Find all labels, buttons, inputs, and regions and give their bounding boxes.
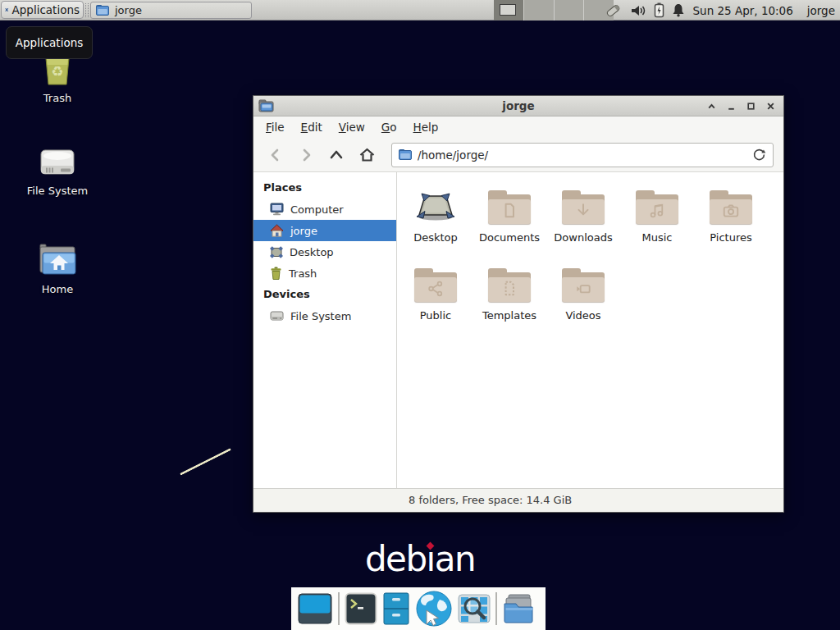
reload-button[interactable] (752, 148, 766, 162)
pictures-folder-icon (710, 190, 752, 225)
templates-folder-icon (488, 268, 531, 303)
applications-tooltip: Applications (6, 26, 93, 59)
window-title: jorge (253, 99, 783, 112)
dock (291, 587, 546, 630)
file-pictures[interactable]: Pictures (695, 187, 767, 244)
recycle-symbol: ♻ (51, 65, 63, 79)
top-panel: Applications jorge (0, 0, 840, 21)
file-label: Pictures (695, 231, 767, 244)
menu-file[interactable]: File (258, 116, 293, 138)
location-path[interactable]: /home/jorge/ (418, 148, 752, 162)
sidebar-item-trash[interactable]: Trash (253, 262, 396, 284)
menu-help[interactable]: Help (405, 116, 447, 138)
desktop-icon-filesystem[interactable]: File System (26, 138, 89, 197)
notification-bell-icon[interactable] (672, 3, 685, 17)
close-button[interactable] (765, 100, 777, 112)
taskbar-window-button[interactable]: jorge (90, 2, 252, 19)
file-label: Downloads (547, 231, 619, 244)
dock-separator (495, 592, 497, 625)
up-button[interactable] (324, 143, 349, 167)
file-downloads[interactable]: Downloads (547, 187, 619, 244)
sidebar-label-desktop: Desktop (290, 246, 334, 258)
panel-tray: Sun 25 Apr, 10:06 jorge (596, 0, 836, 21)
side-pane: Places Computer jorge (253, 172, 397, 488)
panel-clock[interactable]: Sun 25 Apr, 10:06 (693, 4, 793, 17)
file-public[interactable]: Public (399, 265, 472, 322)
menu-view[interactable]: View (331, 116, 373, 138)
minimize-button[interactable] (725, 100, 737, 112)
globe-browser-icon (415, 590, 453, 628)
toolbar: /home/jorge/ (253, 138, 783, 172)
desktop-icon (270, 246, 283, 258)
home-button[interactable] (354, 143, 379, 167)
sidebar-item-computer[interactable]: Computer (253, 199, 396, 220)
applications-menu-label: Applications (12, 3, 80, 16)
workspace-2[interactable] (524, 0, 555, 21)
videos-folder-icon (562, 268, 605, 303)
battery-icon[interactable] (654, 2, 664, 18)
menu-go[interactable]: Go (373, 116, 405, 138)
file-manager-launcher[interactable] (502, 593, 535, 624)
applications-menu-button[interactable]: Applications (1, 1, 84, 19)
workspace-3[interactable] (555, 0, 585, 21)
music-folder-icon (636, 190, 678, 225)
location-bar[interactable]: /home/jorge/ (391, 143, 774, 167)
app-finder-icon (458, 592, 491, 625)
sidebar-label-jorge: jorge (290, 225, 317, 237)
desktop-icon-trash-label: Trash (26, 92, 89, 104)
path-folder-icon (399, 149, 412, 160)
file-label: Public (399, 309, 472, 322)
panel-username[interactable]: jorge (807, 4, 835, 17)
show-desktop-launcher[interactable] (297, 591, 333, 627)
desktop-icon-home-label: Home (26, 283, 89, 295)
desktop-icon-home[interactable]: Home (26, 236, 89, 295)
devices-header: Devices (253, 284, 396, 305)
home-icon (270, 224, 284, 237)
computer-icon (270, 203, 284, 216)
file-cabinet-launcher[interactable] (382, 591, 410, 626)
open-folder-icon (502, 593, 535, 624)
volume-icon[interactable] (631, 4, 646, 17)
window-titlebar[interactable]: jorge (253, 96, 783, 116)
desktop-icon-filesystem-label: File System (26, 185, 89, 197)
workspace-window-thumb (500, 4, 516, 16)
harddrive-icon (26, 138, 89, 179)
file-templates[interactable]: Templates (473, 265, 546, 322)
desktop-folder-icon (399, 187, 472, 228)
sidebar-item-desktop[interactable]: Desktop (253, 241, 396, 262)
clipman-pen-icon[interactable] (604, 2, 623, 19)
panel-handle[interactable] (85, 3, 89, 17)
debian-logo: debıan (0, 541, 840, 578)
dock-separator (338, 592, 340, 625)
file-label: Documents (473, 231, 546, 244)
file-videos[interactable]: Videos (547, 265, 619, 322)
public-folder-icon (414, 268, 457, 303)
file-label: Desktop (399, 231, 472, 244)
file-label: Videos (547, 309, 619, 322)
file-view: Desktop Documents Downloads (397, 172, 783, 488)
file-music[interactable]: Music (621, 187, 693, 244)
terminal-launcher[interactable] (345, 592, 377, 625)
statusbar: 8 folders, Free space: 14.4 GiB (253, 488, 783, 512)
forward-button[interactable] (294, 143, 318, 167)
menu-edit[interactable]: Edit (293, 116, 331, 138)
file-documents[interactable]: Documents (473, 187, 546, 244)
sidebar-item-jorge[interactable]: jorge (253, 220, 396, 241)
workspace-1[interactable] (494, 0, 524, 21)
file-label: Music (621, 231, 693, 244)
sidebar-label-computer: Computer (290, 203, 344, 216)
folder-icon (96, 5, 109, 16)
maximize-button[interactable] (745, 100, 757, 112)
xfce-logo-icon (5, 3, 9, 16)
back-button[interactable] (263, 143, 288, 167)
show-desktop-icon (297, 591, 333, 627)
debian-logo-text: deb (365, 539, 427, 579)
web-browser-launcher[interactable] (415, 590, 453, 628)
trash-small-icon (270, 267, 282, 280)
downloads-folder-icon (562, 190, 605, 225)
shade-button[interactable] (705, 100, 718, 112)
file-desktop[interactable]: Desktop (399, 187, 472, 244)
drive-icon (270, 310, 284, 322)
app-finder-launcher[interactable] (458, 592, 491, 625)
sidebar-item-filesystem[interactable]: File System (253, 305, 396, 326)
